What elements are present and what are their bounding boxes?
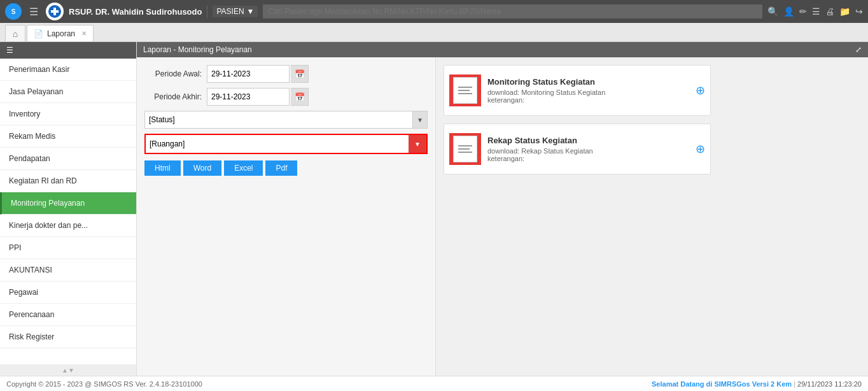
sidebar-scroll: Penerimaan Kasir Jasa Pelayanan Inventor… <box>0 59 136 364</box>
divider <box>207 5 207 18</box>
sidebar-item-kegiatan-ri-rd[interactable]: Kegiatan RI dan RD <box>0 170 136 192</box>
periode-awal-label: Periode Awal: <box>144 69 202 78</box>
ruangan-dropdown-arrow[interactable]: ▼ <box>409 135 426 153</box>
card-line <box>458 148 470 150</box>
card-line <box>458 93 472 94</box>
sidebar-item-pegawai[interactable]: Pegawai <box>0 281 136 304</box>
tabbar: ⌂ 📄 Laporan ✕ <box>0 23 868 42</box>
sidebar-menu-icon: ☰ <box>6 46 13 55</box>
periode-akhir-wrapper: 📅 <box>207 88 309 106</box>
sidebar-item-akuntansi[interactable]: AKUNTANSI <box>0 259 136 281</box>
card-line <box>458 145 472 146</box>
svg-rect-2 <box>51 10 59 13</box>
main-panel: Laporan - Monitoring Pelayanan ⤢ Periode… <box>137 42 868 376</box>
card-thumb-inner-1 <box>453 77 477 104</box>
word-button[interactable]: Word <box>183 160 221 176</box>
sidebar-item-jasa-pelayanan[interactable]: Jasa Pelayanan <box>0 81 136 103</box>
card-action-1[interactable]: ⊕ <box>696 83 705 97</box>
footer-copyright: Copyright © 2015 - 2023 @ SIMGOS RS Ver.… <box>6 380 202 388</box>
panel-body: Periode Awal: 📅 Periode Akhir: 📅 <box>137 57 868 376</box>
pdf-button[interactable]: Pdf <box>265 160 297 176</box>
html-button[interactable]: Html <box>144 160 181 176</box>
cards-panel: Monitoring Status Kegiatan download: Mon… <box>436 57 868 376</box>
folder-icon[interactable]: 📁 <box>839 6 850 17</box>
card-keterangan-1: keterangan: <box>487 96 689 104</box>
pasien-selector[interactable]: PASIEN ▼ <box>213 6 258 17</box>
ruangan-select-wrapper: [Ruangan] ▼ <box>144 134 428 154</box>
ruangan-select[interactable]: [Ruangan] <box>146 135 409 153</box>
expand-icon[interactable]: ⤢ <box>855 45 862 54</box>
tab-label: Laporan <box>47 29 75 38</box>
card-download-2: download: Rekap Status Kegiatan <box>487 147 689 155</box>
periode-awal-calendar-button[interactable]: 📅 <box>291 65 309 83</box>
app-title: RSUP. DR. Wahidin Sudirohusodo <box>69 7 202 17</box>
footer: Copyright © 2015 - 2023 @ SIMGOS RS Ver.… <box>0 376 868 391</box>
sidebar-item-monitoring-pelayanan[interactable]: Monitoring Pelayanan <box>0 192 136 215</box>
monitoring-status-card: Monitoring Status Kegiatan download: Mon… <box>444 65 711 116</box>
card-content-2: Rekap Status Kegiatan download: Rekap St… <box>487 136 689 162</box>
panel-header: Laporan - Monitoring Pelayanan ⤢ <box>137 42 868 57</box>
sidebar-item-pendapatan[interactable]: Pendapatan <box>0 148 136 170</box>
card-line <box>458 90 470 91</box>
card-content-1: Monitoring Status Kegiatan download: Mon… <box>487 77 689 104</box>
card-thumb-2 <box>449 133 481 165</box>
card-action-2[interactable]: ⊕ <box>696 142 705 156</box>
periode-akhir-calendar-button[interactable]: 📅 <box>291 88 309 106</box>
filter-panel: Periode Awal: 📅 Periode Akhir: 📅 <box>137 57 436 376</box>
status-row: [Status] ▼ <box>144 111 428 129</box>
periode-akhir-input[interactable] <box>207 88 290 106</box>
logout-icon[interactable]: ↪ <box>855 6 863 17</box>
footer-brand: Selamat Datang di SIMRSGos Versi 2 Kem <box>652 380 792 388</box>
card-lines-1 <box>458 87 472 94</box>
tab-close-button[interactable]: ✕ <box>81 30 87 37</box>
edit-icon[interactable]: ✏ <box>799 6 807 17</box>
periode-awal-wrapper: 📅 <box>207 65 309 83</box>
sidebar-item-perencanaan[interactable]: Perencanaan <box>0 304 136 326</box>
sidebar: ☰ Penerimaan Kasir Jasa Pelayanan Invent… <box>0 42 137 376</box>
print-icon[interactable]: 🖨 <box>825 6 834 17</box>
panel-title: Laporan - Monitoring Pelayanan <box>143 45 252 54</box>
ruangan-row: [Ruangan] ▼ <box>144 134 428 154</box>
card-title-2: Rekap Status Kegiatan <box>487 136 689 145</box>
card-title-1: Monitoring Status Kegiatan <box>487 77 689 87</box>
home-tab[interactable]: ⌂ <box>5 25 25 41</box>
card-lines-2 <box>458 145 472 153</box>
sidebar-item-ppi[interactable]: PPI <box>0 237 136 259</box>
sidebar-item-penerimaan-kasir[interactable]: Penerimaan Kasir <box>0 59 136 81</box>
topbar-actions: 🔍 👤 ✏ ☰ 🖨 📁 ↪ <box>767 6 863 17</box>
excel-button[interactable]: Excel <box>224 160 263 176</box>
hamburger-icon[interactable]: ☰ <box>27 3 41 20</box>
app-logo: S <box>5 3 22 20</box>
add-user-icon[interactable]: 👤 <box>783 6 794 17</box>
periode-awal-row: Periode Awal: 📅 <box>144 65 428 83</box>
list-icon[interactable]: ☰ <box>812 6 820 17</box>
sidebar-item-kinerja-dokter[interactable]: Kinerja dokter dan pe... <box>0 215 136 237</box>
hospital-logo <box>46 3 64 20</box>
sidebar-header: ☰ <box>0 42 136 59</box>
content-area: ☰ Penerimaan Kasir Jasa Pelayanan Invent… <box>0 42 868 376</box>
patient-search-input[interactable] <box>263 4 762 18</box>
sidebar-footer: ▲▼ <box>0 364 136 376</box>
periode-akhir-row: Periode Akhir: 📅 <box>144 88 428 106</box>
sidebar-item-inventory[interactable]: Inventory <box>0 103 136 125</box>
laporan-tab[interactable]: 📄 Laporan ✕ <box>27 25 94 41</box>
topbar: S ☰ RSUP. DR. Wahidin Sudirohusodo PASIE… <box>0 0 868 23</box>
rekap-status-card: Rekap Status Kegiatan download: Rekap St… <box>444 124 711 174</box>
export-button-group: Html Word Excel Pdf <box>144 160 428 176</box>
tab-icon: 📄 <box>34 29 43 38</box>
card-line <box>458 87 472 88</box>
sidebar-item-risk-register[interactable]: Risk Register <box>0 326 136 348</box>
card-thumb-1 <box>449 75 481 106</box>
status-select-wrapper: [Status] ▼ <box>144 111 428 129</box>
search-icon[interactable]: 🔍 <box>767 6 778 17</box>
sidebar-item-rekam-medis[interactable]: Rekam Medis <box>0 125 136 148</box>
periode-awal-input[interactable] <box>207 65 290 83</box>
card-line <box>458 152 472 153</box>
card-download-1: download: Monitoring Status Kegiatan <box>487 89 689 96</box>
periode-akhir-label: Periode Akhir: <box>144 92 202 101</box>
card-thumb-inner-2 <box>453 136 477 162</box>
card-keterangan-2: keterangan: <box>487 155 689 162</box>
footer-datetime: 29/11/2023 11:23:20 <box>797 380 862 388</box>
status-select[interactable]: [Status] <box>144 111 428 129</box>
